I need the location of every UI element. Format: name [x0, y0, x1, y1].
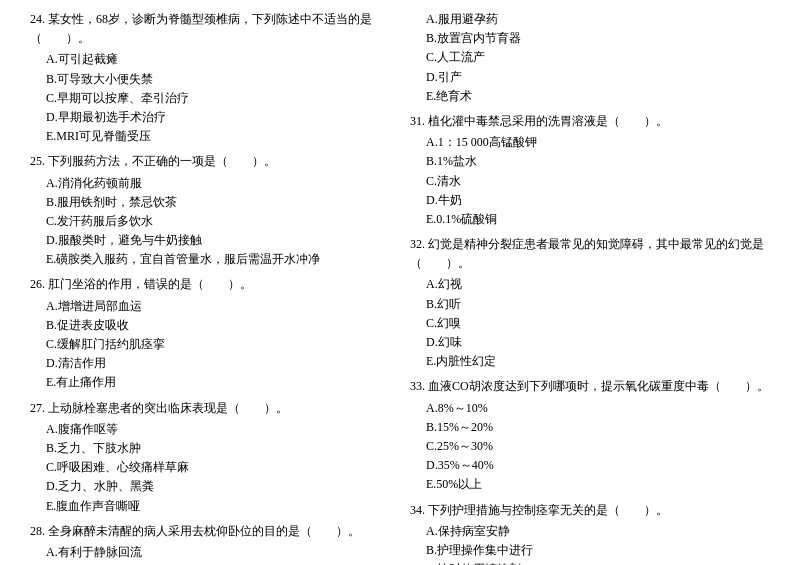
page-content: 24. 某女性，68岁，诊断为脊髓型颈椎病，下列陈述中不适当的是（ ）。 A.可… [30, 10, 770, 565]
q24-opt-d: D.早期最初选手术治疗 [30, 108, 385, 127]
q32-opt-e: E.内脏性幻定 [410, 352, 770, 371]
question-31-title: 31. 植化灌中毒禁忌采用的洗胃溶液是（ ）。 [410, 112, 770, 131]
q27-opt-e: E.腹血作声音嘶哑 [30, 497, 385, 516]
q32-opt-c: C.幻嗅 [410, 314, 770, 333]
q33-opt-d: D.35%～40% [410, 456, 770, 475]
q30-opt-d: D.引产 [410, 68, 770, 87]
question-25: 25. 下列服药方法，不正确的一项是（ ）。 A.消消化药顿前服 B.服用铁剂时… [30, 152, 385, 269]
q33-opt-a: A.8%～10% [410, 399, 770, 418]
q34-opt-c: C.按时使用镇静剂 [410, 560, 770, 565]
q31-opt-d: D.牛奶 [410, 191, 770, 210]
q25-opt-b: B.服用铁剂时，禁忌饮茶 [30, 193, 385, 212]
question-24-title: 24. 某女性，68岁，诊断为脊髓型颈椎病，下列陈述中不适当的是（ ）。 [30, 10, 385, 48]
q31-opt-e: E.0.1%硫酸铜 [410, 210, 770, 229]
question-28: 28. 全身麻醉未清醒的病人采用去枕仰卧位的目的是（ ）。 A.有利于静脉回流 … [30, 522, 385, 565]
q25-opt-e: E.磺胺类入服药，宜自首管量水，服后需温开水冲净 [30, 250, 385, 269]
question-32-title: 32. 幻觉是精神分裂症患者最常见的知觉障碍，其中最常见的幻觉是（ ）。 [410, 235, 770, 273]
q31-opt-b: B.1%盐水 [410, 152, 770, 171]
question-32: 32. 幻觉是精神分裂症患者最常见的知觉障碍，其中最常见的幻觉是（ ）。 A.幻… [410, 235, 770, 371]
column-left: 24. 某女性，68岁，诊断为脊髓型颈椎病，下列陈述中不适当的是（ ）。 A.可… [30, 10, 395, 565]
q28-opt-a: A.有利于静脉回流 [30, 543, 385, 562]
question-30-cont: A.服用避孕药 B.放置宫内节育器 C.人工流产 D.引产 E.绝育术 [410, 10, 770, 106]
q24-opt-c: C.早期可以按摩、牵引治疗 [30, 89, 385, 108]
two-column-layout: 24. 某女性，68岁，诊断为脊髓型颈椎病，下列陈述中不适当的是（ ）。 A.可… [30, 10, 770, 565]
q33-opt-e: E.50%以上 [410, 475, 770, 494]
question-34: 34. 下列护理措施与控制痉挛无关的是（ ）。 A.保持病室安静 B.护理操作集… [410, 501, 770, 566]
question-26: 26. 肛门坐浴的作用，错误的是（ ）。 A.增增进局部血运 B.促进表皮吸收 … [30, 275, 385, 392]
q27-opt-d: D.乏力、水肿、黑粪 [30, 477, 385, 496]
q30-opt-a: A.服用避孕药 [410, 10, 770, 29]
q33-opt-b: B.15%～20% [410, 418, 770, 437]
q27-opt-b: B.乏力、下肢水肿 [30, 439, 385, 458]
question-25-title: 25. 下列服药方法，不正确的一项是（ ）。 [30, 152, 385, 171]
question-26-title: 26. 肛门坐浴的作用，错误的是（ ）。 [30, 275, 385, 294]
question-33: 33. 血液CO胡浓度达到下列哪项时，提示氧化碳重度中毒（ ）。 A.8%～10… [410, 377, 770, 494]
q25-opt-d: D.服酸类时，避免与牛奶接触 [30, 231, 385, 250]
question-34-title: 34. 下列护理措施与控制痉挛无关的是（ ）。 [410, 501, 770, 520]
q26-opt-c: C.缓解肛门括约肌痉挛 [30, 335, 385, 354]
question-27-title: 27. 上动脉栓塞患者的突出临床表现是（ ）。 [30, 399, 385, 418]
q30-opt-c: C.人工流产 [410, 48, 770, 67]
q26-opt-e: E.有止痛作用 [30, 373, 385, 392]
q32-opt-a: A.幻视 [410, 275, 770, 294]
question-27: 27. 上动脉栓塞患者的突出临床表现是（ ）。 A.腹痛作呕等 B.乏力、下肢水… [30, 399, 385, 516]
q31-opt-a: A.1：15 000高锰酸钾 [410, 133, 770, 152]
q31-opt-c: C.清水 [410, 172, 770, 191]
q34-opt-b: B.护理操作集中进行 [410, 541, 770, 560]
q32-opt-b: B.幻听 [410, 295, 770, 314]
q27-opt-a: A.腹痛作呕等 [30, 420, 385, 439]
q34-opt-a: A.保持病室安静 [410, 522, 770, 541]
q30-opt-e: E.绝育术 [410, 87, 770, 106]
q26-opt-b: B.促进表皮吸收 [30, 316, 385, 335]
question-33-title: 33. 血液CO胡浓度达到下列哪项时，提示氧化碳重度中毒（ ）。 [410, 377, 770, 396]
column-right: A.服用避孕药 B.放置宫内节育器 C.人工流产 D.引产 E.绝育术 31. … [405, 10, 770, 565]
q33-opt-c: C.25%～30% [410, 437, 770, 456]
question-31: 31. 植化灌中毒禁忌采用的洗胃溶液是（ ）。 A.1：15 000高锰酸钾 B… [410, 112, 770, 229]
q30-opt-b: B.放置宫内节育器 [410, 29, 770, 48]
q26-opt-d: D.清洁作用 [30, 354, 385, 373]
q27-opt-c: C.呼吸困难、心绞痛样草麻 [30, 458, 385, 477]
q25-opt-c: C.发汗药服后多饮水 [30, 212, 385, 231]
question-24: 24. 某女性，68岁，诊断为脊髓型颈椎病，下列陈述中不适当的是（ ）。 A.可… [30, 10, 385, 146]
q25-opt-a: A.消消化药顿前服 [30, 174, 385, 193]
q32-opt-d: D.幻味 [410, 333, 770, 352]
q24-opt-e: E.MRI可见脊髓受压 [30, 127, 385, 146]
q24-opt-b: B.可导致大小便失禁 [30, 70, 385, 89]
q24-opt-a: A.可引起截瘫 [30, 50, 385, 69]
q26-opt-a: A.增增进局部血运 [30, 297, 385, 316]
question-28-title: 28. 全身麻醉未清醒的病人采用去枕仰卧位的目的是（ ）。 [30, 522, 385, 541]
